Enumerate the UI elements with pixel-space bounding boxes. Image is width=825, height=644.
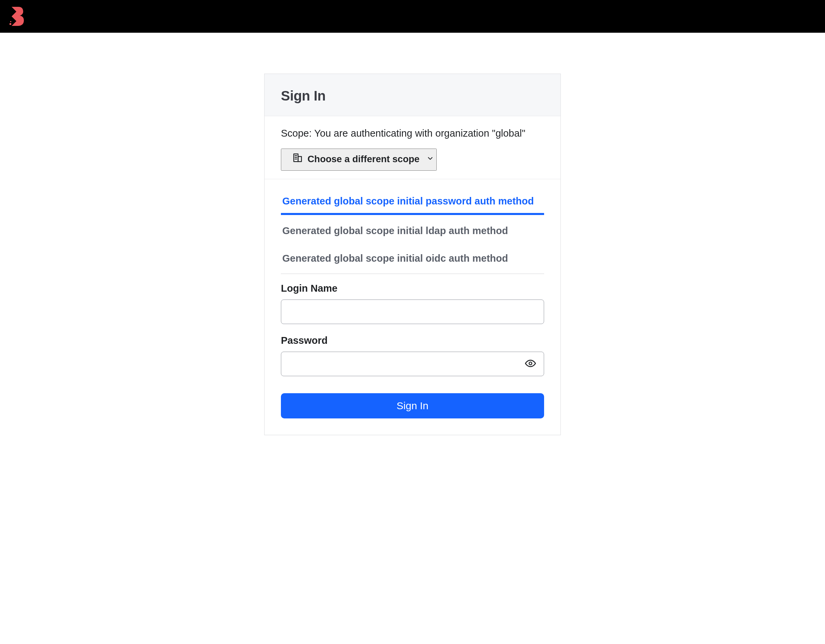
brand-logo <box>8 6 25 26</box>
page-title: Sign In <box>281 88 544 103</box>
svg-rect-1 <box>10 21 11 22</box>
svg-rect-0 <box>9 23 11 25</box>
login-field: Login Name <box>281 283 544 324</box>
password-input[interactable] <box>281 352 544 376</box>
top-bar <box>0 0 825 33</box>
tab-oidc-auth[interactable]: Generated global scope initial oidc auth… <box>281 245 544 272</box>
scope-section: Scope: You are authenticating with organ… <box>264 116 561 179</box>
password-input-wrap <box>281 352 544 376</box>
login-label: Login Name <box>281 283 544 294</box>
choose-scope-button[interactable]: Choose a different scope <box>281 149 437 171</box>
password-label: Password <box>281 335 544 346</box>
svg-point-7 <box>529 362 532 365</box>
signin-card: Sign In Scope: You are authenticating wi… <box>264 74 561 435</box>
chevron-down-icon <box>426 154 434 165</box>
choose-scope-label: Choose a different scope <box>307 154 420 165</box>
auth-method-tabs: Generated global scope initial password … <box>264 179 561 274</box>
org-icon <box>292 153 303 165</box>
scope-message: Scope: You are authenticating with organ… <box>281 128 544 139</box>
signin-form: Login Name Password <box>264 274 561 435</box>
tab-password-auth[interactable]: Generated global scope initial password … <box>281 187 544 215</box>
toggle-password-visibility-button[interactable] <box>523 356 538 372</box>
eye-icon <box>525 358 536 370</box>
login-input[interactable] <box>281 299 544 324</box>
svg-rect-3 <box>298 156 301 162</box>
tab-ldap-auth[interactable]: Generated global scope initial ldap auth… <box>281 217 544 245</box>
card-header: Sign In <box>264 74 561 116</box>
password-field: Password <box>281 335 544 376</box>
signin-button[interactable]: Sign In <box>281 393 544 418</box>
page-content: Sign In Scope: You are authenticating wi… <box>0 33 825 456</box>
